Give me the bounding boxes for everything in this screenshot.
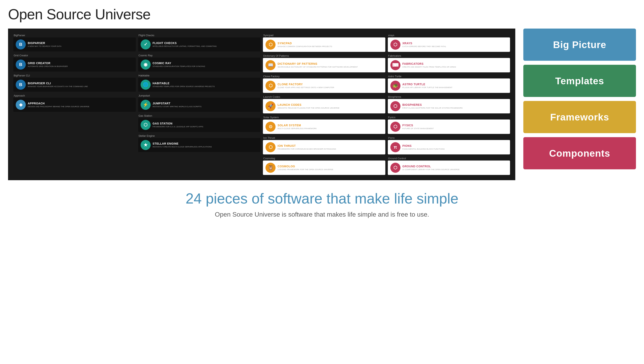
card-name: SYNCPAD: [278, 42, 332, 45]
card-label: Flight Checks: [138, 34, 261, 37]
card-icon: ⬡: [390, 101, 400, 111]
card[interactable]: ⬡GAS STATIONFRAMEWORK FOR G.A.S. (GOOGLE…: [138, 118, 261, 132]
card-wrapper: Solar System⊙SOLAR SYSTEMMULTI-CLOUD SER…: [262, 115, 386, 135]
card-text: GROUND CONTROLUI COMPONENT LIBRARY FOR T…: [402, 165, 460, 171]
card-wrapper: Jumpstart⚡JUMPSTARTINSTANTLY START WRITI…: [137, 93, 262, 113]
card-icon: 🚀: [266, 101, 276, 111]
card[interactable]: ⬡GROUND CONTROLUI COMPONENT LIBRARY FOR …: [388, 160, 510, 175]
card[interactable]: 🚀LAUNCH CODESSEMANTIC RELEASE PLUGINS FO…: [263, 99, 385, 114]
card-name: LAUNCH CODES: [278, 103, 340, 106]
card-name: COSMOLOG: [278, 165, 333, 168]
card[interactable]: ★STELLAR ENGINEINSTANTLY CREATE MULTI-CL…: [138, 138, 261, 152]
card-wrapper: Dictionary Of Patterns📖DICTIONARY OF PAT…: [262, 53, 386, 74]
card-icon: π: [390, 142, 400, 152]
card-wrapper: BigParser CLIBBIGPARSER CLIMANAGE YOUR B…: [12, 73, 137, 93]
card-label: Stellar Engine: [138, 134, 261, 137]
main-layout: BigParserBBIGPARSERA NEW WAY TO SEARCH Y…: [8, 28, 636, 180]
card-icon: 🦉: [266, 163, 276, 173]
card-icon: ✓: [140, 40, 151, 50]
card-wrapper: BigParserBBIGPARSERA NEW WAY TO SEARCH Y…: [12, 32, 137, 53]
grid-column-col3: Syncpad⬡SYNCPADMANAGE COMMON CONFIGURATI…: [262, 32, 386, 176]
card-desc: MANAGE COMMON CONFIGURATION BETWEEN PROJ…: [278, 46, 332, 48]
card[interactable]: 🐢ASTRO TURTLEPLUGIN API LIBRARY FOR TURT…: [388, 78, 510, 93]
card[interactable]: ◆APPROACHDESIGN AND PHILOSOPHY BEHIND TH…: [13, 98, 136, 112]
card-desc: LOGGING FRAMEWORK FOR THE OPEN SOURCE UN…: [278, 168, 333, 171]
card[interactable]: πPIONSFUNDAMENTAL BUILDING BLOCK FUNCTIO…: [388, 140, 510, 154]
card-wrapper: Astro Turtle🐢ASTRO TURTLEPLUGIN API LIBR…: [386, 74, 512, 94]
card-text: BIGPARSER CLIMANAGE YOUR BIGPARSER ACCOU…: [28, 82, 88, 88]
card-name: BIGPARSER: [28, 42, 62, 45]
card-name: FYSICS: [402, 124, 434, 127]
card[interactable]: ⬡FYSICSFUTURE OF STATE MANAGEMENT: [388, 120, 510, 134]
card-wrapper: Cosmolog🦉COSMOLOGLOGGING FRAMEWORK FOR T…: [262, 156, 386, 176]
card-label: Approach: [13, 94, 136, 97]
card[interactable]: ⬡ION THRUSTFRAMEWORK FOR CHROMIUM-BASED …: [263, 140, 385, 154]
card-wrapper: Stellar Engine★STELLAR ENGINEINSTANTLY C…: [137, 133, 262, 153]
card-text: GRID CREATORAUTOMATE GRID CREATION IN BI…: [28, 62, 68, 68]
card-text: APPROACHDESIGN AND PHILOSOPHY BEHIND THE…: [28, 102, 90, 108]
card-desc: SEMANTIC RELEASE PLUGINS FOR THE OPEN SO…: [278, 107, 340, 110]
card-text: COSMIC RAYSTANDARD CONFIGURATION TEMPLAT…: [153, 62, 205, 68]
card-name: BIGPARSER CLI: [28, 82, 88, 85]
card-wrapper: Syncpad⬡SYNCPADMANAGE COMMON CONFIGURATI…: [262, 32, 386, 53]
card[interactable]: BGRID CREATORAUTOMATE GRID CREATION IN B…: [13, 58, 136, 72]
card-name: ASTRO TURTLE: [402, 83, 452, 86]
card-desc: DESIGN AND PHILOSOPHY BEHIND THE OPEN SO…: [28, 106, 90, 108]
card-name: GAS STATION: [153, 122, 203, 125]
card[interactable]: BBIGPARSERA NEW WAY TO SEARCH YOUR DATA: [13, 38, 136, 52]
card-label: Biospheres: [388, 95, 510, 98]
card-label: Solar System: [263, 116, 385, 119]
templates-button[interactable]: Templates: [523, 65, 636, 97]
card[interactable]: ◉COSMIC RAYSTANDARD CONFIGURATION TEMPLA…: [138, 58, 261, 72]
card[interactable]: ⬡SYNCPADMANAGE COMMON CONFIGURATION BETW…: [263, 38, 385, 52]
card-label: Gas Station: [138, 114, 261, 117]
card-wrapper: Biospheres⬡BIOSPHERESFIRST-CLASS ADAPTER…: [386, 94, 512, 115]
grid-columns: BigParserBBIGPARSERA NEW WAY TO SEARCH Y…: [12, 32, 511, 176]
card[interactable]: ⬡BIOSPHERESFIRST-CLASS ADAPTERS FOR THE …: [388, 99, 510, 114]
card-icon: ⬡: [390, 122, 400, 132]
card-wrapper: Ion Thrust⬡ION THRUSTFRAMEWORK FOR CHROM…: [262, 135, 386, 156]
card-desc: AUTOMATE GRID CREATION IN BIGPARSER: [28, 65, 68, 68]
grid-area: BigParserBBIGPARSERA NEW WAY TO SEARCH Y…: [8, 28, 515, 180]
card[interactable]: 📖DICTIONARY OF PATTERNSSEARCHABLE DICTIO…: [263, 58, 385, 72]
grid-column-col1: BigParserBBIGPARSERA NEW WAY TO SEARCH Y…: [12, 32, 137, 176]
card-text: FLIGHT CHECKSINTELLIBUS DEFAULTS FOR LIN…: [153, 42, 217, 48]
card-desc: UI COMPONENT LIBRARY FOR THE OPEN SOURCE…: [402, 168, 460, 171]
card-name: COSMIC RAY: [153, 62, 205, 65]
card-icon: B: [16, 40, 26, 50]
card-icon: ⬡: [266, 142, 276, 152]
card-label: Cosmolog: [263, 157, 385, 160]
big-picture-button[interactable]: Big Picture: [523, 28, 636, 61]
card-icon: ⬡: [266, 40, 276, 50]
card-label: Clone Factory: [263, 75, 385, 78]
card-icon: 📖: [266, 60, 276, 70]
card-icon: 🌐: [140, 80, 151, 90]
card-desc: INSTANTLY START WRITING WORLD-CLASS SCRI…: [153, 106, 202, 108]
card-name: FABRICATORS: [402, 62, 456, 66]
card[interactable]: 🌐HABITABLESTANDARD TEMPLATES FOR OPEN SO…: [138, 78, 261, 92]
card[interactable]: ⊙SOLAR SYSTEMMULTI-CLOUD SERVERLESS FRAM…: [263, 120, 385, 134]
card-wrapper: Clone Factory⬡CLONE FACTORYCLONE YOUR AP…: [262, 74, 386, 94]
card[interactable]: ⬡CLONE FACTORYCLONE YOUR APPS AND SETTIN…: [263, 78, 385, 93]
card-text: SOLAR SYSTEMMULTI-CLOUD SERVERLESS FRAME…: [278, 124, 317, 130]
card-label: Ion Thrust: [263, 136, 385, 139]
frameworks-button[interactable]: Frameworks: [523, 101, 636, 133]
components-button[interactable]: Components: [523, 137, 636, 169]
card-name: STELLAR ENGINE: [153, 142, 212, 146]
card-icon: ★: [140, 140, 151, 150]
card-desc: SEARCHABLE DICTIONARY OF STANDARD PATTER…: [278, 66, 358, 68]
card-desc: FIRST-CLASS ADAPTERS FOR THE SOLAR SYSTE…: [402, 107, 463, 110]
card-wrapper: xrays⬡XRAYSCATCH ERRORS BEFORE THEY BECO…: [386, 32, 512, 53]
grid-column-col2: Flight Checks✓FLIGHT CHECKSINTELLIBUS DE…: [137, 32, 262, 176]
card-name: PIONS: [402, 144, 445, 148]
card[interactable]: ⬡XRAYSCATCH ERRORS BEFORE THEY BECOME FA…: [388, 38, 510, 52]
card[interactable]: 🦉COSMOLOGLOGGING FRAMEWORK FOR THE OPEN …: [263, 160, 385, 175]
card-wrapper: Grid CreatorBGRID CREATORAUTOMATE GRID C…: [12, 53, 137, 73]
card-desc: CREATE AND MODIFY FILES FROM TEMPLATES O…: [402, 66, 456, 68]
card-label: BigParser CLI: [13, 74, 136, 77]
card[interactable]: BBIGPARSER CLIMANAGE YOUR BIGPARSER ACCO…: [13, 78, 136, 92]
card[interactable]: ⚡JUMPSTARTINSTANTLY START WRITING WORLD-…: [138, 98, 261, 112]
card-wrapper: Cosmic Ray◉COSMIC RAYSTANDARD CONFIGURAT…: [137, 53, 262, 73]
card[interactable]: ⌨FABRICATORSCREATE AND MODIFY FILES FROM…: [388, 58, 510, 72]
card[interactable]: ✓FLIGHT CHECKSINTELLIBUS DEFAULTS FOR LI…: [138, 38, 261, 52]
